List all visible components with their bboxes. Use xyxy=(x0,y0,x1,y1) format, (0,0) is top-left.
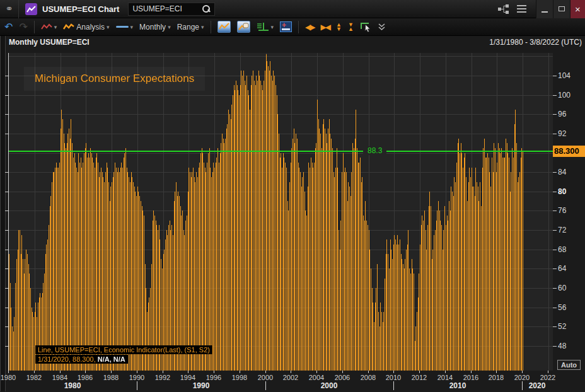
selection-box-icon xyxy=(360,21,372,32)
x-axis-label: 2016 xyxy=(460,374,482,381)
more-tools-button[interactable] xyxy=(376,22,387,32)
redo-button[interactable]: ↷ xyxy=(17,21,29,33)
chart-date-range: 1/31/1980 - 3/8/2022 (UTC) xyxy=(489,38,582,47)
link-tree-icon[interactable] xyxy=(494,0,512,18)
chevron-down-icon: ▾ xyxy=(130,24,134,30)
x-axis-label: 2002 xyxy=(280,374,301,381)
plot-area: Michigan Consumer Expectations 88.3 Line… xyxy=(8,53,552,371)
chart-edit-button[interactable] xyxy=(235,20,252,34)
left-axis-tick xyxy=(5,114,8,115)
y-axis-label: 52 xyxy=(558,322,566,331)
x-axis-label: 2008 xyxy=(357,374,379,381)
y-axis-tick xyxy=(553,326,557,327)
decade-label: 2000 xyxy=(315,381,344,390)
left-axis-tick xyxy=(5,346,8,347)
add-chart-button[interactable]: + xyxy=(278,20,294,33)
line-sample-icon xyxy=(116,26,129,28)
decade-separator-tick xyxy=(137,381,137,390)
x-axis-tick xyxy=(240,371,240,373)
chart-app-window: ⚭ USUMEP=ECI Chart USUMEP=ECI xyxy=(0,0,585,392)
x-axis-tick xyxy=(316,371,317,373)
search-value: USUMEP=ECI xyxy=(132,4,202,13)
expand-vertical-button[interactable]: ▲ ▼ xyxy=(334,21,344,33)
x-axis-tick xyxy=(522,371,523,373)
y-axis-tick xyxy=(553,308,557,308)
x-axis-tick xyxy=(111,371,112,373)
auto-scale-button[interactable]: Auto xyxy=(557,360,581,370)
x-axis-label: 2020 xyxy=(511,374,533,381)
maximize-icon xyxy=(559,6,565,11)
x-axis-tick xyxy=(445,371,446,373)
interval-dropdown[interactable]: Monthly ▾ xyxy=(137,21,173,33)
x-axis-tick xyxy=(496,371,497,373)
undo-icon: ↶ xyxy=(4,22,13,32)
line-color-dropdown[interactable]: ▾ xyxy=(114,23,136,32)
x-axis-label: 2018 xyxy=(485,374,507,381)
compress-vertical-button[interactable]: ▼ ▲ xyxy=(346,21,356,33)
y-axis-label: 96 xyxy=(558,110,566,118)
minimize-button[interactable] xyxy=(536,0,553,18)
decade-separator-tick xyxy=(265,381,266,390)
decade-label: 2020 xyxy=(523,381,552,390)
selection-tool-button[interactable] xyxy=(358,20,374,33)
expand-horizontal-button[interactable]: ◀▶ xyxy=(303,21,316,33)
double-chevron-down-icon xyxy=(378,23,385,31)
x-axis-label: 1980 xyxy=(0,374,19,381)
y-axis-tick xyxy=(553,76,557,76)
x-axis-tick xyxy=(188,371,188,373)
left-axis-tick xyxy=(5,95,8,96)
level-tool-dropdown[interactable]: ▾ xyxy=(255,21,276,33)
y-axis-tick xyxy=(553,288,557,289)
y-axis-tick xyxy=(553,134,557,134)
analysis-dropdown[interactable]: Analysis ▾ xyxy=(61,21,111,33)
chart-view-button[interactable] xyxy=(216,20,233,34)
maximize-button[interactable] xyxy=(553,0,570,18)
close-button[interactable]: × xyxy=(570,0,585,18)
chevron-down-icon: ▾ xyxy=(168,24,171,30)
y-axis-tick xyxy=(553,346,557,347)
x-axis-label: 1982 xyxy=(23,374,45,381)
x-axis-tick xyxy=(471,371,472,373)
link-channel-icon[interactable]: ⚭ xyxy=(0,0,19,18)
x-axis-label: 2012 xyxy=(408,374,430,381)
y-axis-tick xyxy=(553,210,557,211)
left-axis-tick xyxy=(5,172,8,173)
price-chart-canvas[interactable] xyxy=(9,53,553,371)
chart-instrument-label: Monthly USUMEP=ECI xyxy=(9,38,90,47)
x-axis-tick xyxy=(265,371,266,373)
y-axis-label: 100 xyxy=(558,91,571,100)
left-axis-tick xyxy=(5,230,8,231)
y-axis-label: 72 xyxy=(558,226,566,234)
pane-splitter[interactable] xyxy=(0,36,6,391)
instrument-search-input[interactable]: USUMEP=ECI xyxy=(128,3,215,16)
menu-icon[interactable] xyxy=(512,0,531,18)
chart-header: Monthly USUMEP=ECI 1/31/1980 - 3/8/2022 … xyxy=(9,38,582,47)
x-axis-tick xyxy=(342,371,343,373)
x-axis-tick xyxy=(163,371,163,373)
y-axis-label: 84 xyxy=(558,168,566,176)
y-axis[interactable]: 88.300 104100969284807672686460565248 xyxy=(553,53,585,371)
chevron-down-icon: ▾ xyxy=(54,24,57,30)
decade-label: 1990 xyxy=(187,381,216,390)
compress-horizontal-button[interactable]: ▶◀ xyxy=(319,21,332,33)
chart-type-dropdown[interactable]: ▾ xyxy=(39,22,59,32)
x-axis-label: 2010 xyxy=(383,374,404,381)
undo-button[interactable]: ↶ xyxy=(3,21,14,33)
chart-pane: Monthly USUMEP=ECI 1/31/1980 - 3/8/2022 … xyxy=(0,36,585,391)
left-axis-tick xyxy=(5,326,8,327)
x-axis-tick xyxy=(548,371,548,373)
x-axis-tick xyxy=(214,371,214,373)
chevron-down-icon: ▾ xyxy=(271,24,274,30)
zigzag-logo-glyph xyxy=(26,5,36,13)
range-dropdown[interactable]: Range ▾ xyxy=(175,21,206,33)
x-axis[interactable]: 1980198219841986198819901992199419961998… xyxy=(0,371,585,391)
x-axis-tick xyxy=(419,371,420,373)
x-axis-label: 1990 xyxy=(126,374,148,381)
x-axis-label: 2000 xyxy=(255,374,276,381)
expand-vertical-icon: ▲ ▼ xyxy=(336,23,342,32)
y-axis-label: 104 xyxy=(558,71,571,80)
y-axis-tick xyxy=(553,172,557,173)
x-axis-tick xyxy=(368,371,369,373)
x-axis-tick xyxy=(60,371,61,373)
search-icon[interactable] xyxy=(202,4,211,13)
